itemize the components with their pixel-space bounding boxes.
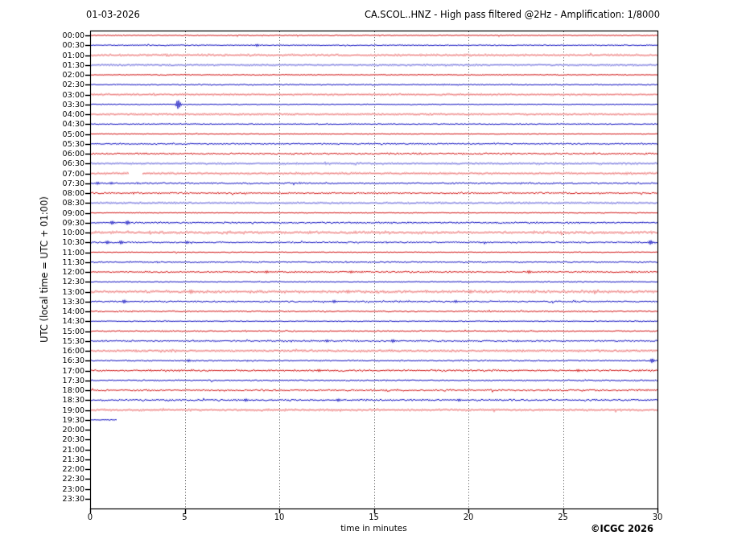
y-tick-label: 19:30	[63, 416, 84, 424]
x-axis-title: time in minutes	[90, 523, 657, 533]
y-tick-label: 05:30	[63, 140, 84, 148]
y-tick-label: 22:30	[63, 476, 84, 484]
y-tick-label: 04:00	[63, 110, 84, 118]
y-tick-label: 07:00	[63, 170, 84, 178]
y-tick-label: 19:00	[63, 406, 84, 414]
y-tick-label: 13:30	[63, 298, 84, 306]
y-tick-label: 07:30	[63, 179, 84, 187]
x-tick-label: 25	[558, 513, 568, 521]
y-tick-label: 02:30	[63, 81, 84, 89]
y-tick-label: 21:00	[63, 446, 84, 454]
y-tick-label: 05:00	[63, 130, 84, 138]
y-tick-label: 04:30	[63, 121, 84, 129]
y-tick-label: 21:30	[63, 455, 84, 463]
y-tick-label: 11:00	[63, 249, 84, 257]
y-tick-label: 17:00	[63, 367, 84, 375]
date-label: 01-03-2026	[86, 9, 140, 20]
y-axis-title: UTC (local time = UTC + 01:00)	[39, 196, 50, 343]
y-tick-label: 20:00	[63, 426, 84, 434]
y-tick-label: 20:30	[63, 436, 84, 444]
y-tick-label: 00:00	[63, 31, 84, 39]
helicorder-figure: 01-03-2026 CA.SCOL..HNZ - High pass filt…	[0, 0, 746, 560]
y-tick-label: 22:00	[63, 465, 84, 473]
y-tick-label: 03:30	[63, 101, 84, 109]
y-tick-label: 02:00	[63, 71, 84, 79]
y-tick-label: 15:30	[63, 337, 84, 345]
x-tick-label: 5	[182, 513, 187, 521]
y-tick-label: 14:30	[63, 318, 84, 326]
plot-title: CA.SCOL..HNZ - High pass filtered @2Hz -…	[365, 9, 660, 20]
y-tick-label: 09:30	[63, 219, 84, 227]
copyright-label: ©ICGC 2026	[591, 523, 653, 534]
y-tick-label: 16:00	[63, 347, 84, 355]
x-tick-label: 30	[653, 513, 663, 521]
y-tick-label: 06:00	[63, 150, 84, 158]
y-tick-label: 13:00	[63, 288, 84, 296]
y-tick-label: 01:30	[63, 61, 84, 69]
y-tick-label: 11:30	[63, 258, 84, 266]
y-tick-label: 10:30	[63, 239, 84, 247]
y-tick-label: 12:00	[63, 268, 84, 276]
y-tick-label: 00:30	[63, 42, 84, 50]
y-tick-label: 16:30	[63, 357, 84, 365]
y-tick-label: 18:30	[63, 397, 84, 405]
y-tick-label: 23:30	[63, 495, 84, 503]
y-tick-label: 18:00	[63, 386, 84, 394]
y-tick-label: 17:30	[63, 377, 84, 385]
y-tick-label: 15:00	[63, 327, 84, 336]
x-tick-label: 20	[464, 513, 474, 521]
y-tick-label: 08:00	[63, 189, 84, 197]
helicorder-plot-canvas	[0, 0, 746, 560]
y-tick-label: 23:00	[63, 485, 84, 493]
x-tick-label: 10	[274, 513, 285, 521]
y-tick-label: 06:30	[63, 160, 84, 168]
x-tick-label: 15	[369, 513, 379, 521]
y-tick-label: 03:00	[63, 91, 84, 99]
y-tick-label: 14:00	[63, 307, 84, 315]
y-tick-label: 12:30	[63, 278, 84, 286]
y-tick-label: 09:00	[63, 209, 84, 217]
x-tick-label: 0	[88, 513, 93, 521]
y-tick-label: 10:00	[63, 229, 84, 237]
y-tick-label: 01:00	[63, 51, 84, 60]
y-tick-label: 08:30	[63, 200, 84, 208]
